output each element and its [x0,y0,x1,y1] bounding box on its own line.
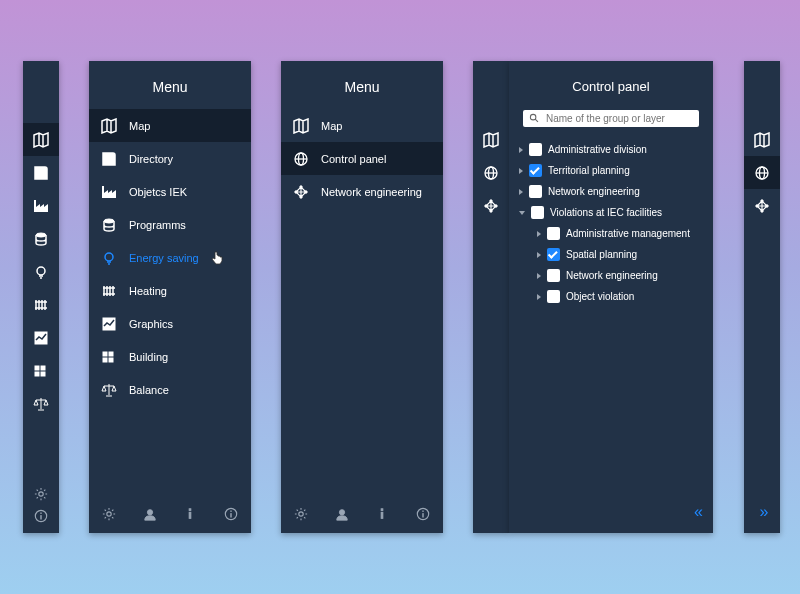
sidebar-item-map[interactable] [744,123,780,156]
tree-item-label: Administrative division [548,144,647,155]
sidebar-item-map[interactable] [473,123,509,156]
checkbox[interactable] [529,185,542,198]
directory-icon [33,165,49,181]
menu-item-graphics[interactable]: Graphics [89,307,251,340]
gear-icon[interactable] [102,507,116,521]
sidebar-bottom [23,487,59,533]
menu-item-objects-iek[interactable]: Objetcs IEK [89,175,251,208]
network-icon [293,184,309,200]
info-i-icon[interactable] [183,507,197,521]
user-icon[interactable] [335,507,349,521]
sidebar-item-energy-saving[interactable] [23,255,59,288]
sidebar-footer: » [744,503,780,533]
caret-down-icon[interactable] [519,211,525,215]
caret-icon[interactable] [519,168,523,174]
sidebar-item-control-panel[interactable] [744,156,780,189]
menu-item-label: Graphics [129,318,173,330]
sidebar-item-graphics[interactable] [23,321,59,354]
checkbox[interactable] [531,206,544,219]
tree-item-label: Object violation [566,291,634,302]
graphics-icon [33,330,49,346]
tree-item-admin-division[interactable]: Administrative division [519,139,703,160]
checkbox[interactable] [547,269,560,282]
layer-tree: Administrative division Territorial plan… [509,137,713,307]
factory-icon [33,198,49,214]
sidebar-icon-list [473,61,509,222]
tree-item-spatial-planning[interactable]: Spatial planning [519,244,703,265]
menu-item-label: Map [321,120,342,132]
menu-item-energy-saving[interactable]: Energy saving [89,241,251,274]
sidebar-collapsed-right: » [744,61,780,533]
gear-icon[interactable] [294,507,308,521]
control-panel-title: Control panel [509,61,713,104]
sidebar-item-heating[interactable] [23,288,59,321]
bulb-icon [33,264,49,280]
info-icon[interactable] [34,509,48,523]
sidebar-item-network-engineering[interactable] [744,189,780,222]
sidebar-item-network-engineering[interactable] [473,189,509,222]
menu-item-heating[interactable]: Heating [89,274,251,307]
tree-item-label: Territorial planning [548,165,630,176]
menu-item-label: Map [129,120,150,132]
menu-item-network-engineering[interactable]: Network engineering [281,175,443,208]
map-icon [293,118,309,134]
collapse-left-icon[interactable]: « [694,503,699,521]
menu-bottom-toolbar [89,493,251,533]
menu-item-label: Energy saving [129,252,199,264]
sidebar-item-objects-iek[interactable] [23,189,59,222]
menu-item-building[interactable]: Building [89,340,251,373]
sidebar-item-building[interactable] [23,354,59,387]
stack-icon [101,217,117,233]
search-input[interactable] [546,113,693,124]
tree-item-territorial-planning[interactable]: Territorial planning [519,160,703,181]
menu-item-label: Objetcs IEK [129,186,187,198]
caret-icon[interactable] [519,147,523,153]
sidebar-expanded-full: Menu Map Directory Objetcs IEK Programms… [89,61,251,533]
checkbox[interactable] [529,143,542,156]
menu-item-programms[interactable]: Programms [89,208,251,241]
checkbox[interactable] [529,164,542,177]
caret-icon[interactable] [537,252,541,258]
menu-item-control-panel[interactable]: Control panel [281,142,443,175]
heating-icon [33,297,49,313]
sidebar-item-programms[interactable] [23,222,59,255]
tree-item-admin-mgmt[interactable]: Administrative management [519,223,703,244]
caret-icon[interactable] [519,189,523,195]
sidebar-collapsed [23,61,59,533]
checkbox[interactable] [547,290,560,303]
checkbox[interactable] [547,248,560,261]
search-box[interactable] [523,110,699,127]
network-icon [483,198,499,214]
expand-right-icon[interactable]: » [760,503,765,521]
map-icon [33,132,49,148]
caret-icon[interactable] [537,273,541,279]
info-i-icon[interactable] [375,507,389,521]
menu-title: Menu [89,61,251,109]
sidebar-item-control-panel[interactable] [473,156,509,189]
tree-item-label: Administrative management [566,228,690,239]
menu-item-label: Programms [129,219,186,231]
sidebar-item-map[interactable] [23,123,59,156]
caret-icon[interactable] [537,231,541,237]
map-icon [754,132,770,148]
checkbox[interactable] [547,227,560,240]
menu-item-map[interactable]: Map [281,109,443,142]
menu-item-balance[interactable]: Balance [89,373,251,406]
info-circle-icon[interactable] [416,507,430,521]
tree-item-network-eng-child[interactable]: Network engineering [519,265,703,286]
info-circle-icon[interactable] [224,507,238,521]
sidebar-item-directory[interactable] [23,156,59,189]
caret-icon[interactable] [537,294,541,300]
menu-list: Map Directory Objetcs IEK Programms Ener… [89,109,251,493]
tree-item-network-eng[interactable]: Network engineering [519,181,703,202]
user-icon[interactable] [143,507,157,521]
tree-item-violations[interactable]: Violations at IEC facilities [519,202,703,223]
menu-item-map[interactable]: Map [89,109,251,142]
sidebar-item-balance[interactable] [23,387,59,420]
gear-icon[interactable] [34,487,48,501]
menu-item-directory[interactable]: Directory [89,142,251,175]
menu-item-label: Building [129,351,168,363]
menu-bottom-toolbar [281,493,443,533]
menu-item-label: Control panel [321,153,386,165]
tree-item-object-violation[interactable]: Object violation [519,286,703,307]
